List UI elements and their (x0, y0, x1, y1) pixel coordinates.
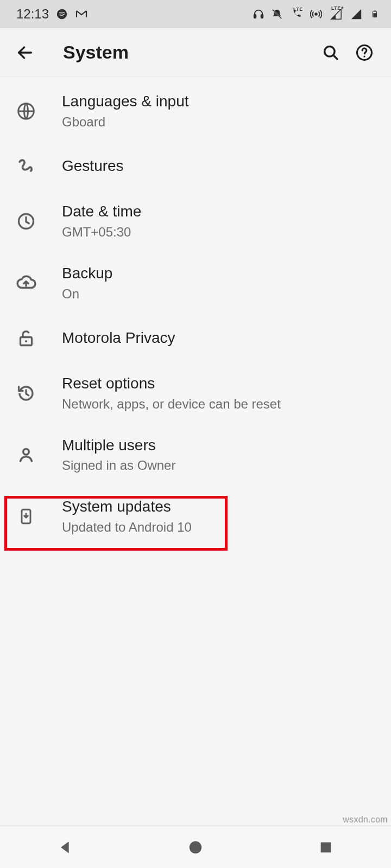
item-datetime[interactable]: Date & time GMT+05:30 (0, 190, 391, 252)
volte-label: LTE (293, 7, 303, 12)
nav-recent-button[interactable] (304, 834, 348, 861)
item-title: Languages & input (62, 91, 189, 112)
gesture-icon (14, 154, 38, 178)
item-title: Date & time (62, 201, 141, 222)
svg-point-16 (190, 841, 202, 853)
settings-list: Languages & input Gboard Gestures Date &… (0, 77, 391, 547)
app-bar: System (0, 28, 391, 77)
nav-home-button[interactable] (174, 834, 217, 861)
item-privacy[interactable]: Motorola Privacy (0, 314, 391, 362)
item-multiuser[interactable]: Multiple users Signed in as Owner (0, 424, 391, 486)
svg-rect-2 (261, 15, 263, 18)
item-subtitle: Network, apps, or device can be reset (62, 395, 281, 413)
item-title: Multiple users (62, 435, 175, 456)
item-reset[interactable]: Reset options Network, apps, or device c… (0, 362, 391, 424)
watermark: wsxdn.com (343, 815, 388, 825)
spotify-icon (55, 8, 68, 21)
person-icon (14, 443, 38, 467)
nav-back-button[interactable] (43, 834, 87, 861)
item-updates[interactable]: System updates Updated to Android 10 (0, 486, 391, 547)
hotspot-icon (310, 8, 323, 21)
restore-icon (14, 381, 38, 405)
signal-1-label: LTE+ (331, 5, 344, 11)
search-button[interactable] (316, 38, 345, 67)
item-title: Backup (62, 263, 112, 284)
page-title: System (63, 42, 312, 63)
svg-rect-1 (254, 15, 256, 18)
headphones-icon (252, 8, 265, 21)
svg-point-13 (25, 340, 27, 342)
item-subtitle: GMT+05:30 (62, 223, 141, 241)
help-button[interactable] (350, 38, 379, 67)
item-subtitle: Gboard (62, 113, 189, 131)
volte-call-icon: LTE (289, 8, 304, 21)
status-bar-right: LTE LTE+ (252, 8, 381, 21)
globe-icon (14, 99, 38, 123)
svg-point-3 (315, 13, 317, 15)
item-languages[interactable]: Languages & input Gboard (0, 80, 391, 142)
item-title: Gestures (62, 156, 124, 176)
item-subtitle: Signed in as Owner (62, 456, 175, 475)
dnd-off-icon (270, 8, 283, 21)
signal-1-icon: LTE+ (328, 8, 344, 21)
battery-icon (368, 8, 381, 21)
status-bar: 12:13 LTE LTE+ (0, 0, 391, 28)
item-title: Motorola Privacy (62, 328, 175, 348)
item-subtitle: On (62, 285, 112, 303)
gmail-icon (75, 8, 88, 21)
cloud-upload-icon (14, 271, 38, 295)
unlock-icon (14, 326, 38, 350)
system-update-icon (14, 505, 38, 528)
item-title: Reset options (62, 373, 281, 394)
item-gestures[interactable]: Gestures (0, 142, 391, 190)
svg-point-14 (23, 449, 29, 455)
item-subtitle: Updated to Android 10 (62, 518, 192, 537)
svg-rect-5 (374, 11, 376, 12)
svg-point-9 (363, 55, 365, 57)
status-time: 12:13 (16, 7, 49, 22)
svg-rect-6 (373, 13, 376, 17)
item-title: System updates (62, 496, 192, 517)
clock-icon (14, 209, 38, 233)
back-button[interactable] (12, 40, 38, 66)
navigation-bar (0, 826, 391, 868)
svg-rect-17 (321, 842, 331, 852)
item-backup[interactable]: Backup On (0, 252, 391, 314)
status-bar-left: 12:13 (16, 7, 88, 22)
signal-2-icon (350, 8, 363, 21)
